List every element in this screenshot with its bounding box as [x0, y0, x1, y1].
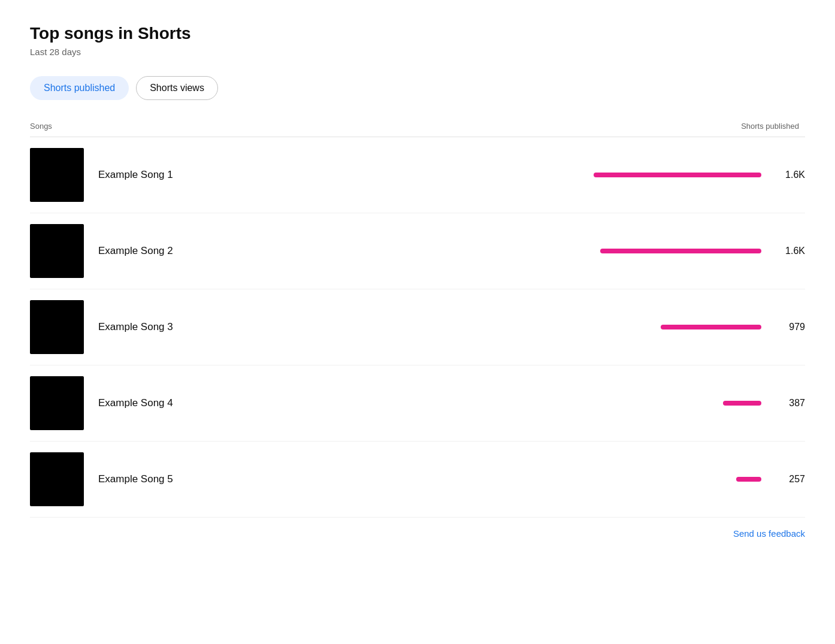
song-name: Example Song 4	[98, 397, 452, 409]
table-header: Songs Shorts published	[30, 122, 805, 137]
song-row: Example Song 11.6K	[30, 137, 805, 213]
song-name: Example Song 1	[98, 169, 452, 181]
filter-shorts-views[interactable]: Shorts views	[136, 76, 218, 100]
bar-wrap	[570, 249, 761, 253]
songs-list: Example Song 11.6KExample Song 21.6KExam…	[30, 137, 805, 518]
song-name: Example Song 2	[98, 245, 452, 257]
col-metric-label: Shorts published	[741, 122, 799, 131]
bar-container: 979	[452, 322, 805, 332]
song-thumbnail	[30, 224, 84, 278]
bar-value: 257	[772, 474, 805, 485]
song-name: Example Song 5	[98, 473, 452, 485]
bar-container: 1.6K	[452, 170, 805, 180]
bar-container: 257	[452, 474, 805, 485]
filter-row: Shorts published Shorts views	[30, 76, 805, 100]
song-thumbnail	[30, 376, 84, 430]
bar-value: 387	[772, 398, 805, 409]
bar-value: 1.6K	[772, 170, 805, 180]
bar-wrap	[570, 173, 761, 177]
song-row: Example Song 4387	[30, 365, 805, 442]
song-name: Example Song 3	[98, 321, 452, 333]
song-row: Example Song 21.6K	[30, 213, 805, 289]
filter-shorts-published[interactable]: Shorts published	[30, 76, 129, 100]
bar-container: 387	[452, 398, 805, 409]
bar	[594, 173, 761, 177]
bar-container: 1.6K	[452, 246, 805, 256]
bar-value: 1.6K	[772, 246, 805, 256]
bar	[661, 325, 761, 329]
bar	[736, 477, 761, 482]
bar-wrap	[570, 401, 761, 406]
feedback-link[interactable]: Send us feedback	[733, 528, 805, 539]
bar	[600, 249, 761, 253]
bar-wrap	[570, 325, 761, 329]
feedback-row: Send us feedback	[30, 528, 805, 539]
song-thumbnail	[30, 148, 84, 202]
song-thumbnail	[30, 300, 84, 354]
song-row: Example Song 5257	[30, 442, 805, 518]
page-title: Top songs in Shorts	[30, 24, 805, 43]
song-row: Example Song 3979	[30, 289, 805, 365]
col-songs-label: Songs	[30, 122, 52, 131]
bar-value: 979	[772, 322, 805, 332]
song-thumbnail	[30, 452, 84, 506]
page-subtitle: Last 28 days	[30, 47, 805, 57]
bar-wrap	[570, 477, 761, 482]
bar	[723, 401, 761, 406]
